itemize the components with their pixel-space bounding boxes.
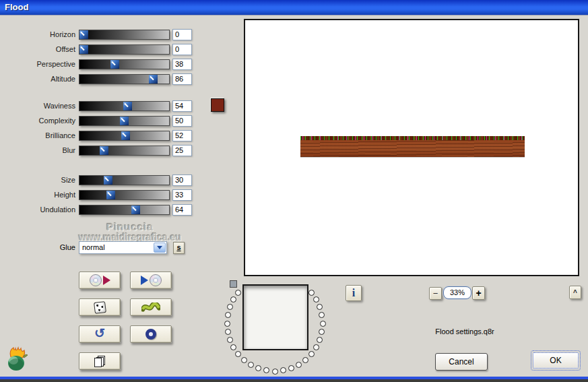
slider-label: Brilliance xyxy=(0,131,75,139)
slider-handle[interactable] xyxy=(131,205,140,214)
slider-track-brilliance[interactable] xyxy=(79,131,170,141)
slider-handle[interactable] xyxy=(79,30,88,39)
navigator-indicator-square xyxy=(230,280,237,288)
slider-value-height[interactable]: 33 xyxy=(172,189,192,201)
slider-track-waviness[interactable] xyxy=(79,101,170,111)
slider-handle[interactable] xyxy=(123,102,132,110)
glue-label: Glue xyxy=(0,243,75,251)
green-wave-icon xyxy=(141,303,160,313)
slider-handle[interactable] xyxy=(149,75,158,84)
slider-handle[interactable] xyxy=(110,60,119,69)
slider-label: Undulation xyxy=(0,205,75,214)
preset-dot[interactable] xyxy=(255,365,261,371)
slider-label: Blur xyxy=(0,146,75,154)
slider-value-blur[interactable]: 25 xyxy=(172,145,192,156)
preview-canvas[interactable] xyxy=(244,19,579,276)
zoom-out-button[interactable]: − xyxy=(429,287,442,300)
preset-dot[interactable] xyxy=(263,367,269,373)
randomize-button[interactable] xyxy=(79,298,121,316)
slider-handle[interactable] xyxy=(79,45,88,54)
collapse-button[interactable]: ^ xyxy=(569,286,581,299)
wood-texture-edge xyxy=(300,136,525,140)
preset-dot[interactable] xyxy=(319,329,325,335)
cancel-button[interactable]: Cancel xyxy=(435,353,488,371)
glue-dropdown[interactable]: normal xyxy=(79,241,167,254)
slider-value-altitude[interactable]: 86 xyxy=(172,73,192,85)
slider-label: Size xyxy=(0,176,75,184)
preset-dot[interactable] xyxy=(320,321,326,327)
ok-button[interactable]: OK xyxy=(531,350,581,371)
undo-arrow-icon: ↺ xyxy=(94,327,105,340)
preset-dot[interactable] xyxy=(302,357,308,363)
title-bar: Flood xyxy=(0,0,588,15)
preset-dot[interactable] xyxy=(272,369,278,375)
slider-track-offset[interactable] xyxy=(79,44,170,55)
undo-button[interactable]: ↺ xyxy=(79,325,121,343)
wave-preset-button[interactable] xyxy=(130,298,172,316)
slider-track-altitude[interactable] xyxy=(79,74,170,84)
preset-dot[interactable] xyxy=(227,304,233,310)
preset-dot[interactable] xyxy=(296,362,302,368)
navigator-preview-square[interactable] xyxy=(242,284,308,350)
settings-filename: Flood settings.q8r xyxy=(404,327,525,336)
preset-dot[interactable] xyxy=(313,296,319,303)
slider-track-blur[interactable] xyxy=(79,146,170,156)
slider-track-perspective[interactable] xyxy=(79,59,170,69)
preset-dot[interactable] xyxy=(235,351,241,357)
preset-dot[interactable] xyxy=(313,344,319,350)
slider-handle[interactable] xyxy=(100,146,108,155)
slider-label: Complexity xyxy=(0,117,75,125)
preset-dot[interactable] xyxy=(317,337,323,343)
flaming-pear-logo-icon[interactable] xyxy=(5,345,30,372)
preset-dot[interactable] xyxy=(248,362,254,368)
preset-dot[interactable] xyxy=(230,344,236,350)
save-preset-button[interactable] xyxy=(79,272,121,289)
slider-track-complexity[interactable] xyxy=(79,116,170,126)
slider-value-size[interactable]: 30 xyxy=(172,174,192,186)
slider-track-undulation[interactable] xyxy=(79,205,170,215)
chevron-down-icon xyxy=(157,246,162,249)
reset-button[interactable] xyxy=(130,325,172,343)
slider-label: Perspective xyxy=(0,60,75,68)
window-bottom-shadow xyxy=(0,379,588,382)
dropdown-button[interactable] xyxy=(154,243,166,253)
preset-dot[interactable] xyxy=(288,365,294,371)
preset-dot[interactable] xyxy=(225,329,231,335)
load-preset-button[interactable] xyxy=(130,272,172,289)
preset-dot[interactable] xyxy=(241,357,247,363)
water-color-swatch[interactable] xyxy=(211,98,224,112)
slider-value-perspective[interactable]: 38 xyxy=(172,59,192,70)
preset-dot[interactable] xyxy=(227,337,233,343)
slider-track-horizon[interactable] xyxy=(79,30,170,40)
copy-settings-button[interactable] xyxy=(79,352,121,370)
preset-dot[interactable] xyxy=(308,290,315,296)
slider-track-size[interactable] xyxy=(79,175,170,185)
glue-shortcut-button[interactable]: s xyxy=(173,242,185,254)
preset-dot[interactable] xyxy=(317,304,323,310)
window-title: Flood xyxy=(5,2,28,12)
red-play-icon xyxy=(103,276,110,285)
slider-value-waviness[interactable]: 54 xyxy=(172,100,192,112)
slider-value-undulation[interactable]: 64 xyxy=(172,204,192,216)
slider-value-offset[interactable]: 0 xyxy=(172,44,192,55)
preset-dot[interactable] xyxy=(225,312,231,318)
wood-texture-preview xyxy=(300,136,525,157)
preset-dot[interactable] xyxy=(308,351,315,357)
preset-dot[interactable] xyxy=(319,312,325,318)
info-button[interactable]: i xyxy=(346,285,362,301)
zoom-level-display: 33% xyxy=(443,286,471,299)
preset-dot[interactable] xyxy=(235,290,241,296)
zoom-in-button[interactable]: + xyxy=(472,286,485,300)
preset-dot[interactable] xyxy=(230,296,236,303)
slider-handle[interactable] xyxy=(121,131,130,140)
preset-dot[interactable] xyxy=(224,321,230,327)
slider-handle[interactable] xyxy=(104,176,112,185)
ring-icon xyxy=(145,329,156,340)
slider-handle[interactable] xyxy=(106,191,115,199)
preset-dot[interactable] xyxy=(280,367,286,373)
slider-handle[interactable] xyxy=(120,117,129,125)
slider-track-height[interactable] xyxy=(79,190,170,200)
slider-value-horizon[interactable]: 0 xyxy=(172,29,192,40)
slider-value-complexity[interactable]: 50 xyxy=(172,115,192,127)
slider-value-brilliance[interactable]: 52 xyxy=(172,130,192,141)
